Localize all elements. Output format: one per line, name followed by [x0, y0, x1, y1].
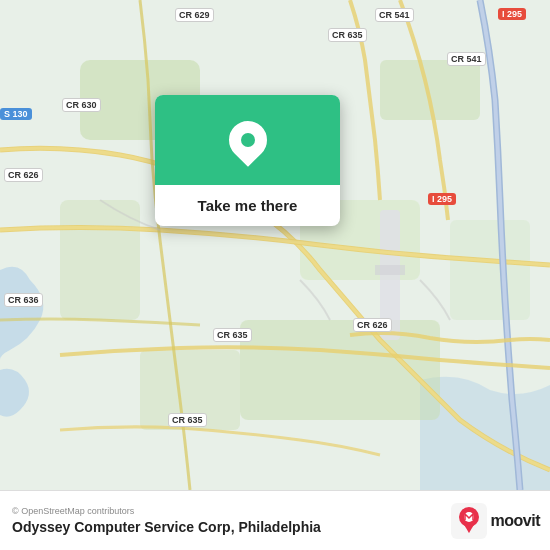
location-pin — [221, 113, 275, 167]
label-cr541-top: CR 541 — [375, 8, 414, 22]
label-cr630: CR 630 — [62, 98, 101, 112]
label-cr636: CR 636 — [4, 293, 43, 307]
take-me-there-button[interactable]: Take me there — [198, 197, 298, 214]
copyright-text: © OpenStreetMap contributors — [12, 506, 321, 516]
take-me-there-popup: Take me there — [155, 95, 340, 226]
label-cr635-mid: CR 635 — [213, 328, 252, 342]
location-title: Odyssey Computer Service Corp, Philadelp… — [12, 519, 321, 535]
label-i295-top: I 295 — [498, 8, 526, 20]
map-container: CR 629 CR 541 CR 541 I 295 CR 635 S 130 … — [0, 0, 550, 490]
label-cr635-top: CR 635 — [328, 28, 367, 42]
label-cr626-left: CR 626 — [4, 168, 43, 182]
label-cr626-right: CR 626 — [353, 318, 392, 332]
label-i295-mid: I 295 — [428, 193, 456, 205]
label-s130: S 130 — [0, 108, 32, 120]
svg-rect-7 — [450, 220, 530, 320]
moovit-text: moovit — [491, 512, 540, 530]
moovit-logo[interactable]: moovit — [451, 503, 540, 539]
svg-rect-5 — [60, 200, 140, 320]
popup-top-area — [155, 95, 340, 185]
label-cr635-bot: CR 635 — [168, 413, 207, 427]
pin-inner — [241, 133, 255, 147]
label-cr541-right: CR 541 — [447, 52, 486, 66]
footer: © OpenStreetMap contributors Odyssey Com… — [0, 490, 550, 550]
moovit-icon — [451, 503, 487, 539]
footer-left: © OpenStreetMap contributors Odyssey Com… — [12, 506, 321, 535]
svg-rect-9 — [375, 265, 405, 275]
label-cr629: CR 629 — [175, 8, 214, 22]
